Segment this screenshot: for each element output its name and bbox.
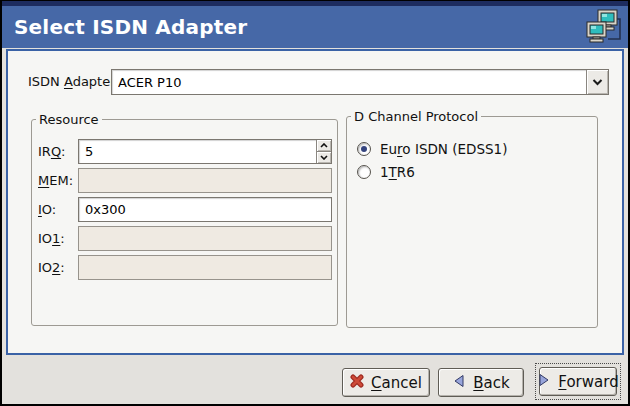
back-button-label: Back (473, 374, 509, 392)
d-channel-protocol-group: D Channel Protocol Euro ISDN (EDSS1) 1TR… (346, 109, 598, 328)
back-button[interactable]: Back (438, 368, 524, 397)
io-input[interactable] (79, 198, 331, 221)
radio-1tr6[interactable]: 1TR6 (357, 164, 415, 180)
io2-label: IO2: (38, 255, 65, 280)
mem-field (78, 168, 332, 193)
io1-input (79, 227, 331, 250)
mem-row: MEM: (32, 168, 337, 193)
irq-spinbutton[interactable] (78, 139, 332, 164)
radio-1tr6-label: 1TR6 (380, 164, 415, 180)
io1-row: IO1: (32, 226, 337, 251)
network-computers-icon (584, 7, 622, 47)
resource-group: Resource IRQ: MEM: (31, 112, 338, 326)
combobox-value[interactable] (112, 70, 586, 94)
cancel-x-icon (350, 374, 364, 392)
radio-button-icon[interactable] (357, 142, 371, 156)
dialog-title: Select ISDN Adapter (2, 15, 247, 39)
irq-spin-buttons (316, 140, 331, 163)
d-channel-protocol-title: D Channel Protocol (351, 109, 481, 124)
forward-button-focus-ring: Forward (535, 363, 621, 400)
mem-input (79, 169, 331, 192)
spin-up-icon[interactable] (317, 140, 331, 151)
io-field[interactable] (78, 197, 332, 222)
io1-field (78, 226, 332, 251)
spin-down-icon[interactable] (317, 151, 331, 163)
irq-label: IRQ: (38, 139, 66, 164)
irq-input[interactable] (79, 140, 316, 163)
forward-button[interactable]: Forward (539, 367, 617, 396)
cancel-button[interactable]: Cancel (342, 368, 430, 397)
irq-row: IRQ: (32, 139, 337, 164)
io-label: IO: (38, 197, 56, 222)
io1-label: IO1: (38, 226, 65, 251)
arrow-right-icon (537, 373, 551, 391)
cancel-button-label: Cancel (371, 374, 422, 392)
dropdown-arrow-icon[interactable] (586, 70, 608, 94)
arrow-left-icon (452, 374, 466, 392)
forward-button-label: Forward (558, 373, 618, 391)
radio-button-icon[interactable] (357, 165, 371, 179)
mem-label: MEM: (38, 168, 73, 193)
io2-input (79, 256, 331, 279)
content-panel: ISDN Adapters: Resource IRQ: (6, 49, 624, 355)
io2-row: IO2: (32, 255, 337, 280)
resource-group-title: Resource (36, 112, 102, 127)
radio-euro-isdn-label: Euro ISDN (EDSS1) (380, 141, 507, 157)
button-bar: Cancel Back Forward (2, 355, 628, 404)
titlebar: Select ISDN Adapter (2, 6, 628, 48)
isdn-adapter-combobox[interactable] (111, 69, 609, 95)
dialog-window: Select ISDN Adapter (0, 0, 630, 406)
io-row: IO: (32, 197, 337, 222)
io2-field (78, 255, 332, 280)
radio-euro-isdn[interactable]: Euro ISDN (EDSS1) (357, 141, 507, 157)
